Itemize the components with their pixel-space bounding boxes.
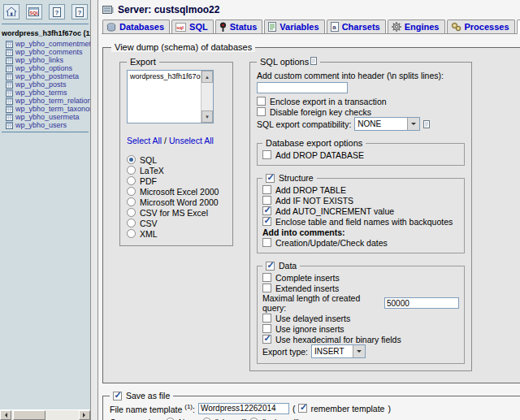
- radio-csv-excel[interactable]: [127, 208, 136, 217]
- ignore-inserts-option[interactable]: Use ignore inserts: [262, 323, 459, 334]
- frame-divider[interactable]: [90, 0, 98, 420]
- sidebar-item-table[interactable]: wp_ybho_term_relationsh: [6, 97, 90, 105]
- compression-gzipped-option[interactable]: "gzipped": [249, 417, 298, 420]
- table-link[interactable]: wp_ybho_commentmeta: [15, 40, 90, 48]
- radio-excel[interactable]: [127, 187, 136, 196]
- format-option-excel[interactable]: Microsoft Excel 2000: [127, 186, 226, 197]
- table-link[interactable]: wp_ybho_comments: [15, 48, 83, 56]
- file-name-template-input[interactable]: [198, 403, 289, 414]
- extended-inserts-option[interactable]: Extended inserts: [262, 283, 459, 293]
- add-drop-database-checkbox[interactable]: [262, 150, 271, 159]
- backquotes-option[interactable]: Enclose table and field names with backq…: [262, 216, 459, 227]
- sidebar-item-table[interactable]: wp_ybho_links: [6, 56, 90, 64]
- tab-charsets[interactable]: aCharsets: [327, 19, 386, 33]
- tab-export[interactable]: Export: [517, 19, 520, 34]
- add-drop-database-option[interactable]: Add DROP DATABASE: [262, 149, 459, 160]
- scroll-thumb[interactable]: [13, 410, 46, 420]
- table-link[interactable]: wp_ybho_options: [15, 64, 72, 72]
- scroll-left-button[interactable]: [0, 410, 11, 420]
- format-option-word[interactable]: Microsoft Word 2000: [127, 197, 226, 207]
- docs-button[interactable]: ?: [49, 4, 65, 19]
- doc-help-icon[interactable]: [423, 120, 430, 128]
- tab-databases[interactable]: Databases: [102, 19, 170, 33]
- phpmyadmin-docs-button[interactable]: ?: [72, 4, 88, 19]
- table-link[interactable]: wp_ybho_posts: [15, 80, 67, 89]
- database-select-listbox[interactable]: wordpress_h3fh1f67oc ▲ ▼: [127, 70, 214, 123]
- table-link[interactable]: wp_ybho_term_relationsh: [15, 97, 90, 105]
- radio-latex[interactable]: [127, 166, 136, 175]
- sidebar-item-table[interactable]: wp_ybho_terms: [6, 89, 90, 97]
- database-option[interactable]: wordpress_h3fh1f67oc: [130, 72, 200, 80]
- format-option-csv-excel[interactable]: CSV for MS Excel: [127, 207, 226, 218]
- tab-status[interactable]: Status: [215, 19, 263, 33]
- format-option-sql[interactable]: SQL: [127, 154, 226, 165]
- add-if-not-exists-option[interactable]: Add IF NOT EXISTS: [262, 195, 459, 206]
- sidebar-database-link[interactable]: wordpress_h3fh1f67oc (11): [0, 27, 90, 40]
- sidebar-item-table[interactable]: wp_ybho_term_taxonomy: [6, 105, 90, 113]
- remember-template-checkbox[interactable]: [298, 404, 307, 413]
- doc-help-icon[interactable]: [310, 57, 317, 65]
- tab-processes[interactable]: Processes: [447, 19, 515, 33]
- radio-pdf[interactable]: [127, 176, 136, 185]
- format-option-latex[interactable]: LaTeX: [127, 165, 226, 175]
- foreign-key-option[interactable]: Disable foreign key checks: [257, 106, 465, 117]
- sidebar-item-table[interactable]: wp_ybho_commentmeta: [6, 40, 90, 48]
- scroll-up-button[interactable]: ▲: [202, 71, 213, 83]
- auto-increment-checkbox[interactable]: [262, 206, 271, 215]
- radio-xml[interactable]: [127, 229, 136, 238]
- save-as-file-checkbox[interactable]: [113, 392, 122, 401]
- sidebar-item-table[interactable]: wp_ybho_options: [6, 64, 90, 72]
- transaction-checkbox[interactable]: [257, 97, 266, 106]
- delayed-inserts-option[interactable]: Use delayed inserts: [262, 313, 459, 323]
- hexadecimal-checkbox[interactable]: [262, 335, 271, 344]
- scroll-down-button[interactable]: ▼: [202, 110, 213, 123]
- hexadecimal-option[interactable]: Use hexadecimal for binary fields: [262, 334, 459, 344]
- tab-engines[interactable]: Engines: [388, 19, 445, 33]
- format-option-pdf[interactable]: PDF: [127, 175, 226, 186]
- table-link[interactable]: wp_ybho_users: [15, 121, 67, 129]
- table-link[interactable]: wp_ybho_terms: [15, 89, 67, 97]
- radio-sql[interactable]: [127, 155, 136, 164]
- sidebar-item-table[interactable]: wp_ybho_users: [6, 121, 90, 129]
- comment-header-input[interactable]: [257, 82, 348, 93]
- home-button[interactable]: [3, 4, 20, 19]
- sidebar-item-table[interactable]: wp_ybho_postmeta: [6, 72, 90, 80]
- listbox-scrollbar[interactable]: ▲ ▼: [201, 71, 213, 123]
- tab-variables[interactable]: Variables: [264, 19, 324, 33]
- transaction-option[interactable]: Enclose export in a transaction: [257, 96, 465, 106]
- table-link[interactable]: wp_ybho_term_taxonomy: [15, 105, 90, 113]
- creation-dates-checkbox[interactable]: [262, 238, 271, 247]
- add-drop-table-option[interactable]: Add DROP TABLE: [262, 184, 459, 195]
- sidebar-item-table[interactable]: wp_ybho_comments: [6, 48, 90, 56]
- unselect-all-link[interactable]: Unselect All: [169, 136, 214, 145]
- ignore-inserts-checkbox[interactable]: [262, 324, 271, 333]
- max-query-input[interactable]: [384, 297, 459, 309]
- sidebar-item-table[interactable]: wp_ybho_posts: [6, 80, 90, 89]
- extended-inserts-checkbox[interactable]: [262, 284, 271, 292]
- table-link[interactable]: wp_ybho_usermeta: [15, 113, 80, 121]
- radio-word[interactable]: [127, 197, 136, 206]
- auto-increment-option[interactable]: Add AUTO_INCREMENT value: [262, 206, 459, 216]
- tab-sql[interactable]: sqlSQL: [171, 19, 214, 33]
- scroll-right-button[interactable]: [79, 410, 90, 420]
- sidebar-horizontal-scrollbar[interactable]: [0, 409, 90, 420]
- sidebar-item-table[interactable]: wp_ybho_usermeta: [6, 113, 90, 121]
- radio-csv[interactable]: [127, 219, 136, 227]
- structure-checkbox[interactable]: [266, 174, 275, 183]
- complete-inserts-checkbox[interactable]: [262, 273, 271, 282]
- add-if-not-exists-checkbox[interactable]: [262, 196, 271, 205]
- select-all-link[interactable]: Select All: [127, 136, 162, 145]
- backquotes-checkbox[interactable]: [262, 217, 271, 226]
- export-type-select[interactable]: INSERT: [311, 344, 366, 358]
- foreign-key-checkbox[interactable]: [257, 107, 266, 116]
- delayed-inserts-checkbox[interactable]: [262, 314, 271, 323]
- creation-dates-option[interactable]: Creation/Update/Check dates: [262, 237, 459, 248]
- table-link[interactable]: wp_ybho_links: [15, 56, 63, 64]
- format-option-csv[interactable]: CSV: [127, 218, 226, 228]
- add-drop-table-checkbox[interactable]: [262, 185, 271, 194]
- compression-none-option[interactable]: None: [166, 417, 199, 420]
- compression-zipped-option[interactable]: "zipped": [202, 417, 246, 420]
- compatibility-select[interactable]: NONE: [354, 117, 420, 131]
- query-window-button[interactable]: SQL: [26, 4, 42, 19]
- complete-inserts-option[interactable]: Complete inserts: [262, 272, 459, 283]
